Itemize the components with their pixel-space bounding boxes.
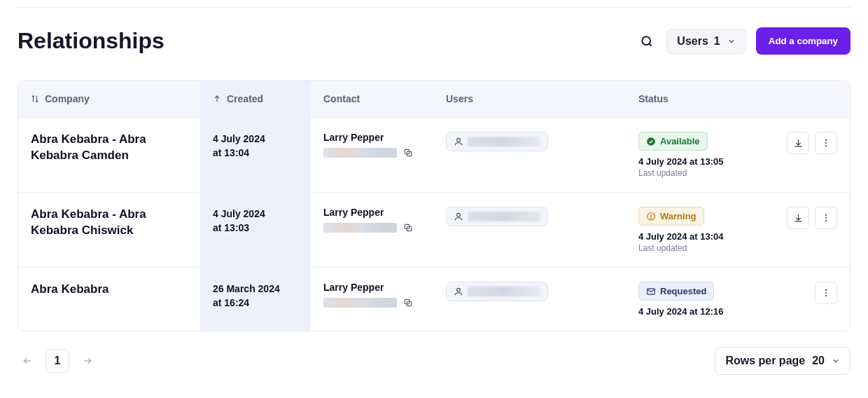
header-actions: Users 1 Add a company	[637, 27, 850, 55]
contact-name: Larry Pepper	[323, 132, 421, 143]
more-actions-button[interactable]	[815, 207, 837, 229]
copy-icon[interactable]	[401, 296, 415, 310]
company-name: Abra Kebabra	[31, 282, 188, 298]
svg-point-15	[650, 218, 651, 219]
users-cell	[433, 118, 626, 192]
envelope-icon	[646, 287, 656, 296]
svg-point-23	[825, 289, 827, 291]
col-company[interactable]: Company	[18, 81, 200, 117]
status-cell: Requested 4 July 2024 at 12:16	[626, 268, 780, 331]
status-badge: Available	[638, 132, 708, 151]
svg-point-7	[825, 139, 827, 141]
rows-per-page-dropdown[interactable]: Rows per page 20	[715, 347, 850, 375]
status-timestamp: 4 July 2024 at 13:05	[638, 156, 762, 167]
row-actions	[774, 193, 850, 267]
col-users[interactable]: Users	[433, 81, 626, 117]
table-row: Abra Kebabra - Abra Kebabra Camden 4 Jul…	[18, 117, 850, 192]
svg-point-24	[825, 292, 827, 294]
users-filter-count: 1	[714, 35, 720, 48]
company-cell: Abra Kebabra	[18, 268, 200, 331]
prev-page-button[interactable]	[18, 351, 37, 371]
more-actions-button[interactable]	[815, 282, 837, 304]
svg-point-5	[457, 138, 461, 142]
contact-redacted	[323, 146, 421, 160]
col-actions	[780, 81, 850, 117]
chevron-down-icon	[832, 357, 840, 365]
users-pill[interactable]	[446, 132, 548, 151]
users-pill[interactable]	[446, 282, 548, 301]
created-date: 4 July 2024	[213, 132, 298, 146]
svg-line-1	[650, 43, 652, 46]
contact-redacted	[323, 221, 421, 235]
status-label: Available	[660, 136, 700, 146]
table-header: Company Created Contact Users Status	[18, 81, 850, 117]
redacted-strip	[468, 212, 540, 221]
contact-redacted	[323, 296, 421, 310]
status-label: Warning	[660, 211, 696, 221]
status-label: Requested	[660, 286, 706, 296]
status-sublabel: Last updated	[638, 168, 762, 178]
relationships-table: Company Created Contact Users Status Abr…	[18, 80, 850, 331]
redacted-strip	[323, 148, 397, 158]
company-cell: Abra Kebabra - Abra Kebabra Chiswick	[18, 193, 200, 267]
col-status[interactable]: Status	[626, 81, 780, 117]
svg-point-17	[825, 217, 827, 219]
status-timestamp: 4 July 2024 at 12:16	[638, 306, 767, 317]
contact-name: Larry Pepper	[323, 282, 421, 293]
contact-cell: Larry Pepper	[311, 193, 433, 267]
next-page-button[interactable]	[78, 351, 97, 371]
row-actions	[774, 118, 850, 192]
contact-cell: Larry Pepper	[311, 118, 433, 192]
svg-point-9	[825, 145, 827, 146]
user-icon	[454, 137, 463, 146]
users-filter-dropdown[interactable]: Users 1	[666, 29, 746, 54]
search-icon[interactable]	[637, 32, 657, 51]
col-created[interactable]: Created	[200, 81, 311, 117]
created-cell: 4 July 2024 at 13:03	[200, 193, 311, 267]
contact-name: Larry Pepper	[323, 207, 421, 218]
status-timestamp: 4 July 2024 at 13:04	[638, 231, 762, 242]
users-cell	[433, 193, 626, 267]
download-button[interactable]	[787, 207, 809, 229]
svg-point-25	[825, 295, 827, 296]
more-actions-button[interactable]	[815, 132, 837, 154]
status-badge: Requested	[638, 282, 714, 301]
download-button[interactable]	[787, 132, 809, 154]
page-header: Relationships Users 1 Add a company	[18, 7, 850, 55]
page-title: Relationships	[18, 28, 164, 54]
table-footer: 1 Rows per page 20	[18, 347, 850, 375]
chevron-down-icon	[727, 37, 736, 46]
row-actions	[780, 268, 850, 331]
created-time: at 16:24	[213, 296, 298, 310]
redacted-strip	[323, 223, 397, 233]
status-cell: Available 4 July 2024 at 13:05 Last upda…	[626, 118, 774, 192]
col-contact[interactable]: Contact	[311, 81, 433, 117]
rows-per-page-value: 20	[812, 355, 825, 367]
created-time: at 13:04	[213, 146, 298, 160]
svg-point-21	[457, 288, 461, 291]
user-icon	[454, 287, 463, 296]
svg-point-12	[457, 213, 461, 217]
copy-icon[interactable]	[401, 146, 415, 160]
company-name: Abra Kebabra - Abra Kebabra Camden	[31, 132, 188, 164]
created-cell: 4 July 2024 at 13:04	[200, 118, 311, 192]
status-cell: Warning 4 July 2024 at 13:04 Last update…	[626, 193, 774, 267]
svg-point-18	[825, 220, 827, 221]
copy-icon[interactable]	[401, 221, 415, 235]
status-sublabel: Last updated	[638, 243, 762, 253]
add-company-button[interactable]: Add a company	[756, 27, 850, 55]
created-date: 4 July 2024	[213, 207, 298, 221]
sort-icon	[31, 94, 39, 104]
users-pill[interactable]	[446, 207, 548, 226]
arrow-up-icon	[213, 94, 221, 104]
svg-point-8	[825, 142, 827, 144]
company-cell: Abra Kebabra - Abra Kebabra Camden	[18, 118, 200, 192]
current-page[interactable]: 1	[46, 349, 69, 373]
redacted-strip	[468, 287, 540, 296]
svg-point-0	[643, 36, 651, 45]
redacted-strip	[323, 298, 397, 308]
contact-cell: Larry Pepper	[311, 268, 433, 331]
redacted-strip	[468, 137, 540, 146]
user-icon	[454, 212, 463, 221]
svg-point-16	[825, 214, 827, 216]
